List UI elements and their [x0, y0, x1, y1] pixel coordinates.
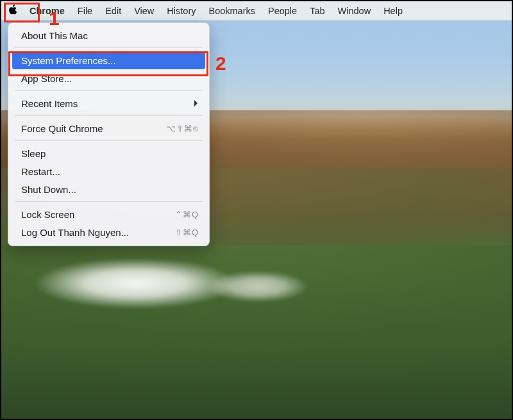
menu-item-lock-screen[interactable]: Lock Screen ⌃⌘Q [8, 205, 209, 223]
menu-item-app-store[interactable]: App Store... [8, 69, 209, 87]
menu-help[interactable]: Help [377, 1, 409, 21]
menu-separator [15, 90, 203, 91]
menu-item-label: Sleep [21, 148, 46, 159]
menu-tab[interactable]: Tab [303, 1, 331, 21]
menu-file[interactable]: File [71, 1, 99, 21]
menu-item-label: Force Quit Chrome [21, 123, 103, 134]
menu-shortcut: ⇧⌘Q [175, 228, 199, 237]
menu-item-sleep[interactable]: Sleep [8, 144, 209, 162]
menu-app-name[interactable]: Chrome [23, 1, 71, 21]
menu-item-log-out[interactable]: Log Out Thanh Nguyen... ⇧⌘Q [8, 223, 209, 241]
menu-item-about-this-mac[interactable]: About This Mac [8, 26, 209, 44]
menu-history[interactable]: History [160, 1, 202, 21]
menu-item-label: Restart... [21, 166, 60, 177]
apple-menu-button[interactable] [5, 3, 21, 19]
chevron-right-icon [194, 98, 199, 109]
menu-item-restart[interactable]: Restart... [8, 162, 209, 180]
menu-item-label: System Preferences... [21, 55, 116, 66]
menu-item-label: Log Out Thanh Nguyen... [21, 227, 129, 238]
menu-item-label: Recent Items [21, 98, 78, 109]
annotation-label-1: 1 [49, 8, 60, 29]
menu-window[interactable]: Window [332, 1, 378, 21]
menu-people[interactable]: People [262, 1, 303, 21]
menu-view[interactable]: View [128, 1, 160, 21]
menu-item-label: About This Mac [21, 30, 88, 41]
menu-item-system-preferences[interactable]: System Preferences... [12, 51, 205, 69]
menu-separator [15, 140, 203, 141]
annotation-label-2: 2 [215, 53, 226, 74]
wallpaper-cloud [206, 271, 309, 303]
menu-separator [15, 47, 203, 48]
menu-item-recent-items[interactable]: Recent Items [8, 94, 209, 112]
menu-bookmarks[interactable]: Bookmarks [202, 1, 262, 21]
menu-shortcut: ⌃⌘Q [175, 210, 199, 219]
menu-separator [15, 201, 203, 202]
apple-logo-icon [8, 4, 18, 17]
desktop-screen: Chrome File Edit View History Bookmarks … [0, 0, 513, 420]
menu-edit[interactable]: Edit [99, 1, 128, 21]
menu-separator [15, 115, 203, 116]
menu-shortcut: ⌥⇧⌘⎋ [166, 124, 199, 133]
menu-item-label: Shut Down... [21, 184, 76, 195]
menu-item-label: App Store... [21, 73, 72, 84]
menu-item-label: Lock Screen [21, 209, 74, 220]
menu-item-shut-down[interactable]: Shut Down... [8, 180, 209, 198]
apple-menu-dropdown: About This Mac System Preferences... App… [8, 22, 210, 246]
menu-item-force-quit[interactable]: Force Quit Chrome ⌥⇧⌘⎋ [8, 119, 209, 137]
menu-bar: Chrome File Edit View History Bookmarks … [1, 1, 512, 21]
